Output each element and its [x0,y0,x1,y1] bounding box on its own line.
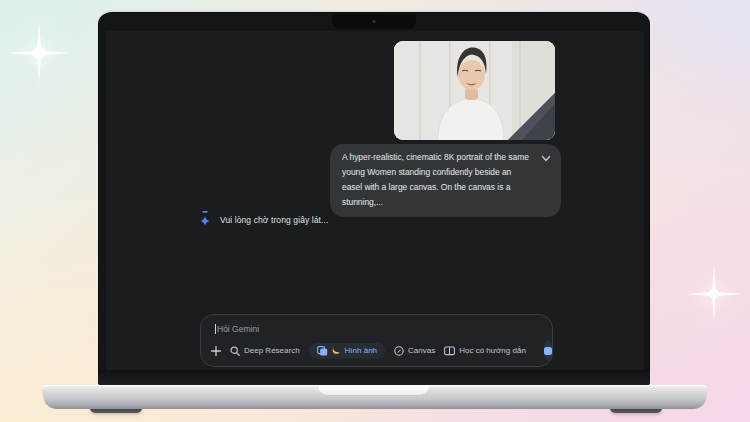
sparkle-flare-icon [686,264,742,324]
text-caret [215,324,216,334]
stop-icon [544,347,552,355]
banana-icon [332,346,341,355]
tool-label: Deep Research [244,346,300,355]
tool-label: Canvas [408,346,435,355]
composer-toolbar: Deep Research Hình ảnh [211,340,545,361]
camera-notch [332,14,416,29]
add-button[interactable] [211,345,221,357]
laptop-base [43,385,707,409]
lid-lift-scoop [317,385,430,396]
tool-guided-learning[interactable]: Học có hướng dẫn [444,346,526,356]
magnifier-icon [230,346,240,356]
webcam-icon [373,20,376,23]
pen-circle-icon [394,346,404,356]
loading-status-row: Vui lòng chờ trong giây lát... [199,211,328,228]
tool-label: Hình ảnh [345,346,377,355]
attached-image[interactable] [394,41,555,140]
prompt-placeholder: Hỏi Gemini [217,324,259,334]
sparkle-flare-icon [8,18,70,88]
tool-label: Học có hướng dẫn [459,346,526,355]
tool-image-generation[interactable]: Hình ảnh [309,343,385,359]
tool-deep-research[interactable]: Deep Research [230,346,300,356]
gemini-spark-icon [199,211,211,228]
user-message-text: A hyper-realistic, cinematic 8K portrait… [342,150,533,210]
gemini-screen: A hyper-realistic, cinematic 8K portrait… [106,31,644,372]
laptop-lid: A hyper-realistic, cinematic 8K portrait… [98,10,650,385]
chevron-down-icon[interactable] [541,155,551,163]
user-message-bubble[interactable]: A hyper-realistic, cinematic 8K portrait… [330,144,561,217]
photos-icon [317,346,328,356]
prompt-input[interactable]: Hỏi Gemini [215,322,540,336]
plus-icon [211,346,221,356]
tool-canvas[interactable]: Canvas [394,346,435,356]
composer: Hỏi Gemini Deep Research [200,314,553,367]
stop-generating-button[interactable] [544,340,552,361]
loading-status-text: Vui lòng chờ trong giây lát... [220,215,328,225]
laptop-hinge [98,370,650,385]
book-icon [444,346,455,356]
portrait-photo [394,41,555,140]
